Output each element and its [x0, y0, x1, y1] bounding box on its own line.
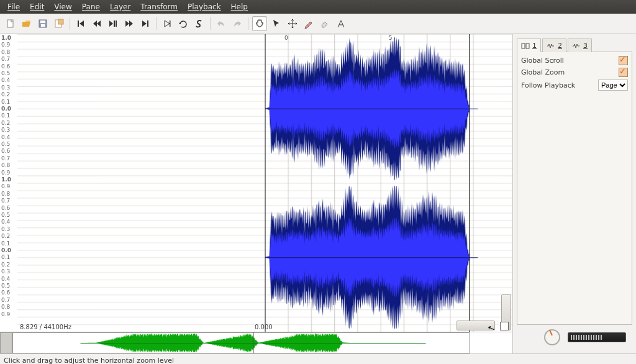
measure-tool-button[interactable] [334, 17, 348, 30]
svg-rect-12 [522, 43, 525, 48]
svg-rect-3 [41, 24, 45, 27]
edit-tool-button[interactable] [302, 17, 316, 30]
open-button[interactable] [20, 17, 34, 30]
forward-end-button[interactable] [139, 17, 152, 30]
tab-3[interactable]: 3 [568, 39, 592, 52]
navigate-tool-button[interactable] [252, 16, 267, 31]
toolbar-separator [248, 17, 248, 30]
svg-point-11 [257, 20, 263, 27]
loop-button[interactable] [176, 17, 190, 30]
erase-tool-button[interactable] [318, 17, 332, 30]
svg-rect-6 [78, 20, 79, 27]
svg-rect-13 [526, 43, 529, 48]
zoom-fit-checkbox[interactable] [500, 322, 509, 330]
undo-button[interactable] [214, 17, 228, 30]
menu-file[interactable]: File [2, 1, 25, 12]
svg-rect-7 [114, 20, 115, 27]
follow-playback-label: Follow Playback [521, 81, 575, 89]
play-pause-button[interactable] [106, 17, 120, 30]
menu-layer[interactable]: Layer [105, 1, 135, 12]
menu-help[interactable]: Help [226, 1, 253, 12]
rewind-button[interactable] [90, 17, 104, 30]
fastforward-button[interactable] [122, 17, 136, 30]
toolbar-separator [210, 17, 211, 30]
menubar: File Edit View Pane Layer Transform Play… [0, 0, 636, 14]
play-controls [517, 325, 632, 350]
toolbar-separator [156, 17, 157, 30]
svg-rect-10 [170, 20, 171, 27]
menu-edit[interactable]: Edit [25, 1, 49, 12]
svg-rect-5 [58, 19, 63, 24]
status-text: Click and drag to adjust the horizontal … [4, 357, 174, 365]
menu-pane[interactable]: Pane [77, 1, 105, 12]
svg-rect-8 [116, 20, 117, 27]
global-scroll-checkbox[interactable] [619, 56, 628, 65]
redo-button[interactable] [230, 17, 244, 30]
global-zoom-checkbox[interactable] [619, 68, 628, 77]
overview-canvas[interactable] [0, 332, 512, 353]
waveform-pane[interactable]: 1.00.90.80.70.60.50.40.30.20.10.00.10.20… [0, 34, 512, 332]
toolbar [0, 14, 636, 34]
amplitude-axis: 1.00.90.80.70.60.50.40.30.20.10.00.10.20… [0, 34, 18, 332]
global-scroll-label: Global Scroll [521, 57, 564, 65]
svg-rect-2 [40, 20, 45, 23]
solo-button[interactable] [193, 17, 206, 30]
move-tool-button[interactable] [286, 17, 299, 30]
global-zoom-label: Global Zoom [521, 68, 565, 76]
new-session-button[interactable] [4, 17, 17, 30]
export-image-button[interactable] [52, 17, 66, 30]
status-bar: Click and drag to adjust the horizontal … [0, 353, 636, 364]
playhead-position-label: 8.829 / 44100Hz [20, 324, 71, 330]
menu-view[interactable]: View [49, 1, 76, 12]
save-button[interactable] [36, 17, 50, 30]
main-pane: 1.00.90.80.70.60.50.40.30.20.10.00.10.20… [0, 34, 513, 353]
svg-rect-0 [7, 20, 13, 27]
property-tabs: 1 2 3 [517, 38, 632, 52]
menu-transform[interactable]: Transform [135, 1, 183, 12]
waveform-canvas[interactable] [17, 34, 512, 332]
output-level-meter[interactable] [568, 332, 626, 342]
selection-start-label: 0.000 [255, 324, 273, 330]
rewind-start-button[interactable] [74, 17, 88, 30]
play-selection-button[interactable] [160, 17, 174, 30]
follow-playback-select[interactable]: Page [598, 80, 628, 91]
tab-1[interactable]: 1 [517, 39, 541, 52]
property-panel: 1 2 3 Global Scroll Global Zoom Follow P… [513, 34, 636, 353]
overview-pane[interactable] [0, 332, 512, 353]
playback-speed-dial[interactable] [544, 329, 560, 345]
toolbar-separator [70, 17, 70, 30]
property-panel-body: Global Scroll Global Zoom Follow Playbac… [517, 52, 632, 325]
tab-2[interactable]: 2 [542, 39, 566, 52]
svg-rect-9 [147, 20, 148, 27]
select-tool-button[interactable] [270, 17, 283, 30]
menu-playback[interactable]: Playback [183, 1, 226, 12]
workspace: 1.00.90.80.70.60.50.40.30.20.10.00.10.20… [0, 34, 636, 353]
waveform-canvas-host[interactable]: 0 5 [17, 34, 512, 332]
horizontal-zoom-dial[interactable] [457, 321, 495, 330]
